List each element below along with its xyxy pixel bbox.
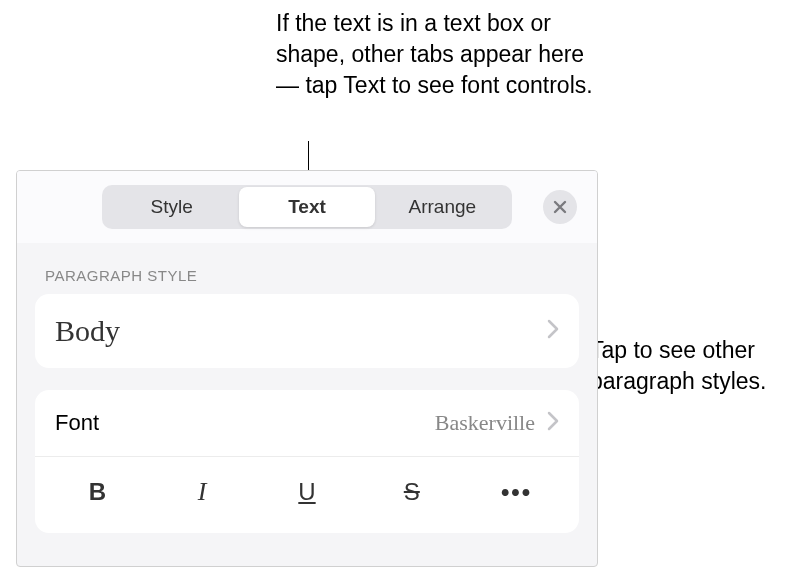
paragraph-style-card: Body: [35, 294, 579, 368]
font-row[interactable]: Font Baskerville: [35, 390, 579, 457]
font-label: Font: [55, 410, 99, 436]
chevron-right-icon: [547, 411, 559, 435]
section-label-paragraph-style: PARAGRAPH STYLE: [17, 243, 597, 294]
font-card: Font Baskerville B I U S •••: [35, 390, 579, 533]
more-options-button[interactable]: •••: [464, 470, 569, 514]
tab-arrange[interactable]: Arrange: [375, 187, 510, 227]
format-row: B I U S •••: [35, 457, 579, 533]
tab-style[interactable]: Style: [104, 187, 239, 227]
chevron-right-icon: [547, 319, 559, 343]
callout-text-top: If the text is in a text box or shape, o…: [276, 8, 596, 101]
italic-button[interactable]: I: [150, 469, 255, 515]
panel-header: Style Text Arrange: [17, 171, 597, 243]
font-value: Baskerville: [435, 410, 535, 436]
underline-button[interactable]: U: [255, 470, 360, 514]
paragraph-style-row[interactable]: Body: [35, 294, 579, 368]
bold-button[interactable]: B: [45, 470, 150, 514]
close-icon: [552, 199, 568, 215]
strikethrough-button[interactable]: S: [359, 470, 464, 514]
callout-text-right: Tap to see other paragraph styles.: [590, 335, 800, 397]
paragraph-style-current: Body: [55, 314, 120, 348]
tab-text[interactable]: Text: [239, 187, 374, 227]
close-button[interactable]: [543, 190, 577, 224]
format-panel: Style Text Arrange PARAGRAPH STYLE Body …: [16, 170, 598, 567]
callout-line: [308, 141, 309, 171]
segmented-control: Style Text Arrange: [102, 185, 512, 229]
